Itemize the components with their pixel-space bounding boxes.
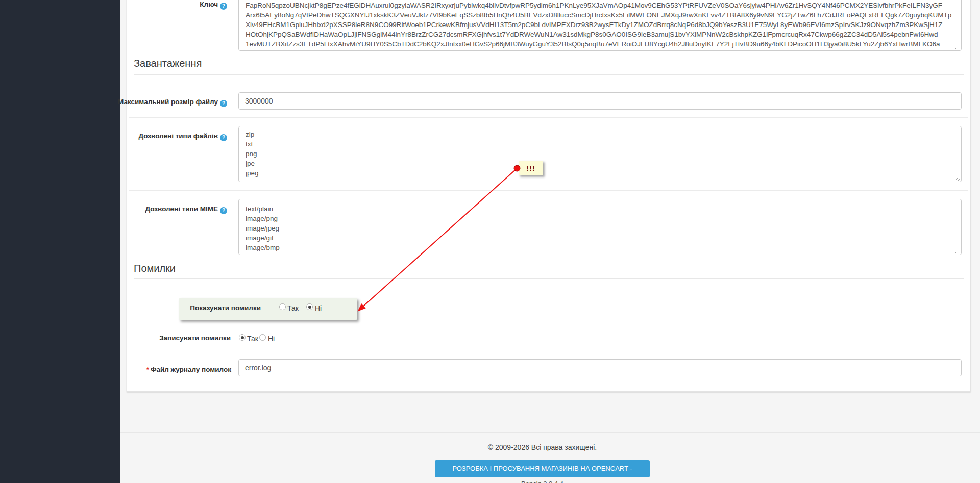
proplat-footer-button[interactable]: РОЗРОБКА І ПРОСУВАННЯ МАГАЗИНІВ НА OPENC… xyxy=(435,460,650,477)
error-log-file-input[interactable] xyxy=(238,359,962,376)
key-textarea-value: FapRoN5qpzoUBNcjktP8gEPze4fEGlDHAuxrui0g… xyxy=(246,1,952,51)
display-errors-radio-no-label[interactable]: Ні xyxy=(315,304,322,312)
row-divider xyxy=(129,190,968,191)
allowed-mime-types-label-text: Дозволені типи MIME xyxy=(145,205,218,213)
row-divider xyxy=(129,117,968,118)
key-label-text: Ключ xyxy=(200,1,218,8)
display-errors-radio-yes-label[interactable]: Так xyxy=(287,304,299,312)
key-field-label: Ключ? xyxy=(82,1,227,10)
error-log-file-label-text: Файл журналу помилок xyxy=(151,366,231,373)
log-errors-radio-yes-label[interactable]: Так xyxy=(247,335,258,342)
help-icon[interactable]: ? xyxy=(220,100,227,107)
allowed-mime-types-label: Дозволені типи MIME? xyxy=(82,205,227,214)
max-file-size-label: Максимальний розмір файлу? xyxy=(82,98,227,107)
admin-sidebar xyxy=(0,0,120,483)
annotation-note: !!! xyxy=(519,161,543,175)
mime-type-line: image/tiff xyxy=(246,252,952,255)
section-title-upload: Завантаження xyxy=(134,58,202,69)
error-log-file-label: *Файл журналу помилок xyxy=(82,366,231,374)
allowed-file-types-value: zip txt png jpe jpeg jpg xyxy=(246,130,952,182)
opencart-admin-settings-page: { "colors": { "sidebar_bg": "#252b36", "… xyxy=(0,0,980,483)
row-divider xyxy=(129,351,968,351)
mime-type-line: image/gif xyxy=(246,233,952,243)
help-icon[interactable]: ? xyxy=(220,134,227,141)
key-textarea[interactable]: FapRoN5qpzoUBNcjktP8gEPze4fEGlDHAuxrui0g… xyxy=(238,0,962,51)
file-type-line: jpeg xyxy=(246,168,952,178)
key-line: FapRoN5qpzoUBNcjktP8gEPze4fEGlDHAuxrui0g… xyxy=(246,1,952,10)
file-type-line: zip xyxy=(246,130,952,139)
section-rule xyxy=(134,278,964,279)
max-file-size-label-text: Максимальний розмір файлу xyxy=(118,98,218,106)
log-errors-radio-yes[interactable] xyxy=(239,334,246,341)
max-file-size-input[interactable] xyxy=(238,92,962,110)
help-icon[interactable]: ? xyxy=(220,3,227,10)
display-errors-label: Показувати помилки xyxy=(117,304,261,312)
settings-form-panel xyxy=(127,0,971,392)
key-line: H1FvjjgmFe5IYaGU6UiNxQbvGNzvzFtQvDU0WMvI… xyxy=(246,49,952,51)
file-type-line: txt xyxy=(246,139,952,149)
textarea-resize-handle[interactable] xyxy=(953,43,960,49)
mime-type-line: image/jpeg xyxy=(246,223,952,233)
display-errors-radio-no[interactable] xyxy=(306,303,313,310)
textarea-resize-handle[interactable] xyxy=(953,174,960,181)
display-errors-radio-yes[interactable] xyxy=(279,303,286,310)
textarea-resize-handle[interactable] xyxy=(953,247,960,253)
allowed-mime-types-value: text/plain image/png image/jpeg image/gi… xyxy=(246,204,952,255)
file-type-line: jpe xyxy=(246,159,952,168)
row-divider xyxy=(129,322,968,322)
file-type-line: png xyxy=(246,149,952,159)
allowed-file-types-label: Дозволені типи файлів? xyxy=(82,132,227,141)
log-errors-radio-no[interactable] xyxy=(259,334,266,341)
allowed-file-types-label-text: Дозволені типи файлів xyxy=(138,132,218,140)
key-line: HOtOhjKPpQSaBWdfIDHaWaOpLJjiFNSGgiM44lnY… xyxy=(246,30,952,39)
file-type-line: jpg xyxy=(246,178,952,182)
footer-divider xyxy=(120,432,980,433)
required-marker: * xyxy=(146,366,149,373)
section-rule xyxy=(134,74,964,75)
log-errors-radio-no-label[interactable]: Ні xyxy=(268,335,275,342)
footer-copyright: © 2009-2026 Всі права захищені. xyxy=(120,443,965,451)
footer-version: Версія 3.0.4.4 xyxy=(120,480,965,483)
help-icon[interactable]: ? xyxy=(220,207,227,214)
allowed-file-types-textarea[interactable]: zip txt png jpe jpeg jpg xyxy=(238,126,962,182)
key-line: Arx6l5AEy8oNg7qVtPeDhwTSQGXNYfJ1xkskK3ZV… xyxy=(246,10,952,20)
key-line: 1evMUTZBXitZzs3FTdP5LtxXAhvMiYU9HY0S5CbT… xyxy=(246,39,952,49)
mime-type-line: text/plain xyxy=(246,204,952,214)
log-errors-label: Записувати помилки xyxy=(82,334,231,342)
section-title-errors: Помилки xyxy=(134,263,176,274)
mime-type-line: image/png xyxy=(246,214,952,223)
mime-type-line: image/bmp xyxy=(246,243,952,252)
allowed-mime-types-textarea[interactable]: text/plain image/png image/jpeg image/gi… xyxy=(238,199,962,255)
key-line: Xiv49EHcBM1GpiuJHhixd2pXSSP8leR8N9CO99Ri… xyxy=(246,20,952,30)
